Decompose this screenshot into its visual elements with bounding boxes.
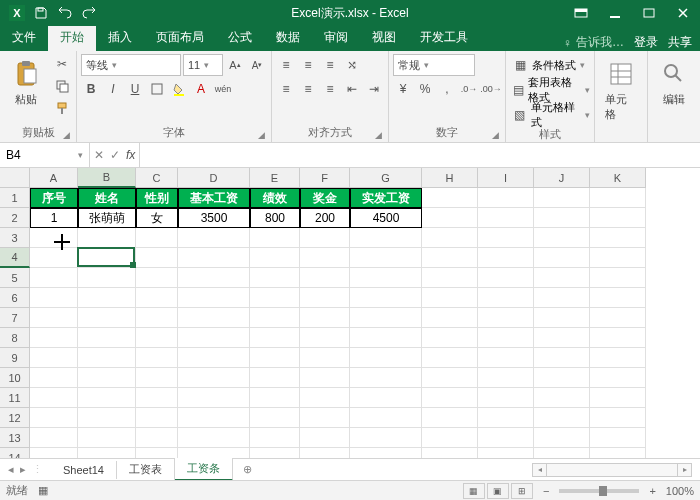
- row-header-13[interactable]: 13: [0, 428, 30, 448]
- cell[interactable]: [350, 348, 422, 368]
- cell[interactable]: [422, 248, 478, 268]
- header-cell[interactable]: 基本工资: [178, 188, 250, 208]
- italic-button[interactable]: I: [103, 79, 123, 99]
- cell[interactable]: [350, 328, 422, 348]
- row-header-4[interactable]: 4: [0, 248, 30, 268]
- cell[interactable]: [30, 348, 78, 368]
- cell[interactable]: [478, 448, 534, 458]
- row-header-3[interactable]: 3: [0, 228, 30, 248]
- data-cell[interactable]: 女: [136, 208, 178, 228]
- cell[interactable]: [250, 308, 300, 328]
- cell[interactable]: [350, 228, 422, 248]
- align-right-icon[interactable]: ≡: [320, 79, 340, 99]
- row-header-8[interactable]: 8: [0, 328, 30, 348]
- tab-pagelayout[interactable]: 页面布局: [144, 25, 216, 51]
- tab-insert[interactable]: 插入: [96, 25, 144, 51]
- currency-icon[interactable]: ¥: [393, 79, 413, 99]
- ribbon-options-icon[interactable]: [564, 0, 598, 26]
- cell-styles-button[interactable]: ▧单元格样式▾: [510, 104, 590, 126]
- cell[interactable]: [422, 448, 478, 458]
- cell[interactable]: [590, 448, 646, 458]
- cell[interactable]: [78, 388, 136, 408]
- cell[interactable]: [478, 188, 534, 208]
- cell[interactable]: [78, 228, 136, 248]
- font-size-combo[interactable]: 11▾: [183, 54, 223, 76]
- row-header-6[interactable]: 6: [0, 288, 30, 308]
- row-header-5[interactable]: 5: [0, 268, 30, 288]
- header-cell[interactable]: 绩效: [250, 188, 300, 208]
- cell[interactable]: [136, 228, 178, 248]
- cancel-formula-icon[interactable]: ✕: [94, 148, 104, 162]
- cell[interactable]: [178, 388, 250, 408]
- cell[interactable]: [78, 248, 136, 268]
- select-all-corner[interactable]: [0, 168, 30, 188]
- cell[interactable]: [178, 308, 250, 328]
- cell[interactable]: [350, 368, 422, 388]
- cut-icon[interactable]: ✂: [52, 54, 72, 74]
- cell[interactable]: [590, 368, 646, 388]
- header-cell[interactable]: 姓名: [78, 188, 136, 208]
- cell[interactable]: [300, 388, 350, 408]
- cell[interactable]: [478, 208, 534, 228]
- cell[interactable]: [250, 408, 300, 428]
- font-color-button[interactable]: A: [191, 79, 211, 99]
- cell[interactable]: [422, 288, 478, 308]
- sheet-nav-next-icon[interactable]: ▸: [20, 463, 26, 476]
- cell[interactable]: [350, 268, 422, 288]
- cell[interactable]: [590, 188, 646, 208]
- cell[interactable]: [590, 388, 646, 408]
- cell[interactable]: [478, 428, 534, 448]
- col-header-C[interactable]: C: [136, 168, 178, 188]
- border-button[interactable]: [147, 79, 167, 99]
- cell[interactable]: [422, 428, 478, 448]
- cell[interactable]: [300, 348, 350, 368]
- sheet-nav-prev-icon[interactable]: ◂: [8, 463, 14, 476]
- name-box[interactable]: B4▾: [0, 143, 90, 167]
- tellme-text[interactable]: 告诉我…: [576, 34, 624, 51]
- paste-button[interactable]: 粘贴: [4, 54, 48, 111]
- cell[interactable]: [590, 428, 646, 448]
- cell[interactable]: [30, 268, 78, 288]
- cell[interactable]: [478, 288, 534, 308]
- sheet-tab-0[interactable]: Sheet14: [51, 461, 117, 479]
- row-header-9[interactable]: 9: [0, 348, 30, 368]
- col-header-D[interactable]: D: [178, 168, 250, 188]
- cell[interactable]: [590, 288, 646, 308]
- cell[interactable]: [178, 448, 250, 458]
- copy-icon[interactable]: [52, 76, 72, 96]
- cell[interactable]: [478, 408, 534, 428]
- cell[interactable]: [534, 268, 590, 288]
- cell[interactable]: [422, 368, 478, 388]
- font-launcher-icon[interactable]: ◢: [258, 130, 265, 140]
- cell[interactable]: [78, 328, 136, 348]
- cell[interactable]: [78, 348, 136, 368]
- cell[interactable]: [422, 388, 478, 408]
- col-header-I[interactable]: I: [478, 168, 534, 188]
- tab-view[interactable]: 视图: [360, 25, 408, 51]
- grow-font-icon[interactable]: A▴: [225, 55, 245, 75]
- cell[interactable]: [78, 308, 136, 328]
- header-cell[interactable]: 性别: [136, 188, 178, 208]
- cell[interactable]: [534, 408, 590, 428]
- cell[interactable]: [300, 368, 350, 388]
- cell[interactable]: [350, 408, 422, 428]
- cell[interactable]: [590, 228, 646, 248]
- view-normal-icon[interactable]: ▦: [463, 483, 485, 499]
- cell[interactable]: [178, 428, 250, 448]
- percent-icon[interactable]: %: [415, 79, 435, 99]
- comma-icon[interactable]: ,: [437, 79, 457, 99]
- cell[interactable]: [350, 248, 422, 268]
- cells-button[interactable]: 单元格: [599, 54, 643, 126]
- cell[interactable]: [478, 388, 534, 408]
- align-left-icon[interactable]: ≡: [276, 79, 296, 99]
- cell[interactable]: [250, 328, 300, 348]
- cell[interactable]: [178, 348, 250, 368]
- cell[interactable]: [478, 228, 534, 248]
- cell[interactable]: [590, 308, 646, 328]
- cell[interactable]: [534, 188, 590, 208]
- align-bottom-icon[interactable]: ≡: [320, 55, 340, 75]
- cell[interactable]: [534, 308, 590, 328]
- cell[interactable]: [250, 228, 300, 248]
- cell[interactable]: [30, 428, 78, 448]
- cell[interactable]: [178, 368, 250, 388]
